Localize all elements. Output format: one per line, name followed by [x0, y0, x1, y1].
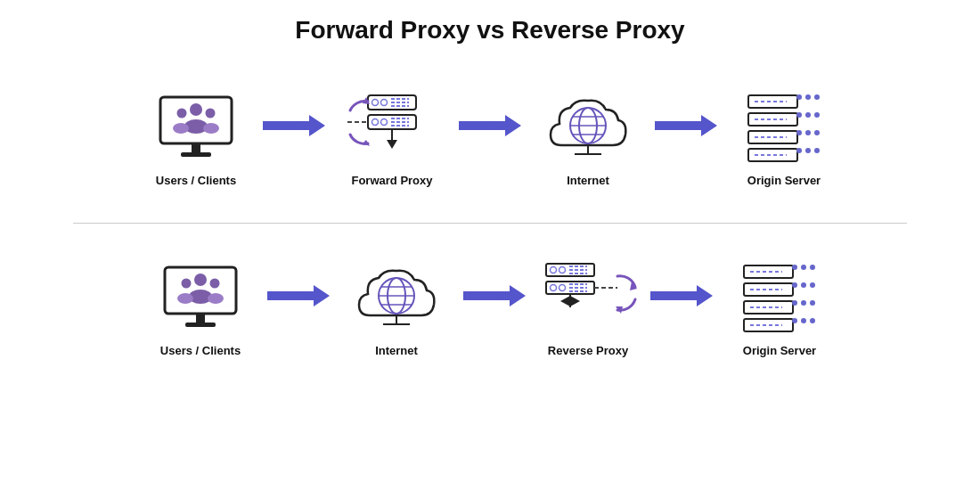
svg-point-58 — [182, 278, 192, 288]
svg-point-6 — [203, 123, 219, 134]
label-forward-proxy: Forward Proxy — [351, 174, 432, 189]
cloud-internet-icon-top — [543, 88, 633, 168]
page-title: Forward Proxy vs Reverse Proxy — [0, 0, 980, 53]
svg-point-95 — [801, 265, 806, 270]
label-origin-server-bottom: Origin Server — [743, 344, 816, 359]
svg-point-61 — [177, 293, 193, 304]
svg-point-54 — [814, 148, 820, 153]
svg-marker-65 — [267, 285, 330, 306]
svg-point-3 — [206, 108, 216, 118]
arrow-3-top — [650, 86, 722, 166]
node-internet-top: Internet — [526, 88, 650, 189]
node-users-clients-bottom: Users / Clients — [138, 258, 263, 359]
svg-point-62 — [208, 293, 224, 304]
label-users-clients-bottom: Users / Clients — [160, 344, 241, 359]
svg-point-39 — [814, 94, 820, 100]
svg-point-43 — [805, 112, 811, 118]
svg-rect-63 — [196, 314, 205, 323]
server-icon-top — [744, 88, 824, 168]
forward-proxy-icon — [343, 88, 441, 168]
svg-point-100 — [801, 282, 806, 288]
node-forward-proxy: Forward Proxy — [330, 88, 454, 189]
svg-point-111 — [810, 318, 815, 323]
label-origin-server-top: Origin Server — [747, 174, 821, 189]
svg-point-37 — [796, 94, 802, 100]
cloud-internet-icon-bottom — [352, 258, 441, 339]
svg-rect-7 — [192, 143, 200, 152]
svg-point-2 — [177, 108, 187, 118]
svg-marker-87 — [560, 296, 570, 306]
arrow-1-bottom — [263, 256, 334, 336]
label-internet-top: Internet — [567, 174, 609, 189]
svg-point-57 — [194, 274, 207, 286]
svg-point-42 — [796, 112, 802, 118]
svg-point-59 — [210, 278, 220, 288]
svg-point-104 — [792, 300, 797, 306]
svg-point-105 — [801, 300, 806, 306]
reverse-proxy-icon — [537, 258, 640, 339]
svg-point-106 — [810, 300, 815, 306]
svg-point-110 — [801, 318, 806, 323]
label-reverse-proxy: Reverse Proxy — [548, 344, 628, 359]
label-users-clients-top: Users / Clients — [156, 174, 236, 189]
svg-marker-9 — [263, 115, 325, 136]
svg-marker-27 — [459, 115, 521, 136]
node-origin-server-top: Origin Server — [722, 88, 846, 189]
server-icon-bottom — [739, 258, 820, 339]
svg-point-47 — [796, 130, 802, 135]
svg-point-44 — [814, 112, 820, 118]
svg-point-49 — [814, 130, 820, 135]
svg-point-38 — [805, 94, 811, 100]
arrow-2-top — [454, 86, 526, 166]
svg-point-109 — [792, 318, 797, 323]
svg-marker-35 — [655, 115, 717, 136]
svg-point-101 — [810, 282, 815, 288]
arrow-1-top — [258, 86, 330, 166]
svg-point-99 — [792, 282, 797, 288]
svg-point-94 — [792, 265, 797, 270]
svg-rect-64 — [185, 323, 216, 327]
svg-point-5 — [173, 123, 189, 134]
node-reverse-proxy: Reverse Proxy — [530, 258, 646, 359]
svg-marker-92 — [650, 285, 713, 306]
node-users-clients-top: Users / Clients — [134, 88, 258, 189]
svg-marker-73 — [463, 285, 526, 306]
svg-point-48 — [805, 130, 811, 135]
svg-point-52 — [796, 148, 802, 153]
monitor-icon-top — [156, 88, 236, 168]
label-internet-bottom: Internet — [375, 344, 418, 359]
top-row: Users / Clients — [27, 53, 953, 223]
bottom-row: Users / Clients — [27, 224, 953, 393]
arrow-2-bottom — [459, 256, 530, 336]
node-internet-bottom: Internet — [334, 258, 459, 359]
svg-rect-8 — [181, 152, 211, 157]
svg-point-1 — [190, 103, 202, 116]
svg-marker-23 — [387, 140, 397, 149]
svg-point-96 — [810, 265, 815, 270]
monitor-icon-bottom — [160, 258, 241, 339]
svg-point-53 — [805, 148, 811, 153]
arrow-3-bottom — [646, 256, 717, 336]
node-origin-server-bottom: Origin Server — [717, 258, 842, 359]
svg-marker-88 — [570, 296, 580, 306]
